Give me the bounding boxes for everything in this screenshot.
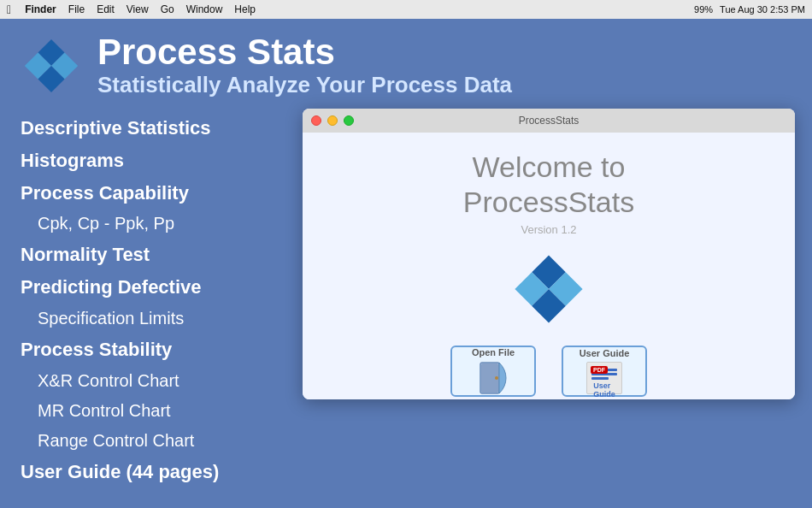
window-titlebar: ProcessStats bbox=[303, 109, 795, 133]
app-subtitle: Statistically Analyze Your Process Data bbox=[97, 72, 512, 98]
open-file-button[interactable]: Open File bbox=[450, 346, 536, 397]
sidebar-item-normality-test[interactable]: Normality Test bbox=[21, 239, 285, 271]
sidebar-item-process-capability[interactable]: Process Capability bbox=[21, 177, 285, 210]
close-button[interactable] bbox=[311, 115, 321, 126]
menubar-window[interactable]: Window bbox=[186, 3, 223, 15]
header: Process Stats Statistically Analyze Your… bbox=[0, 19, 812, 109]
sidebar-item-histograms[interactable]: Histograms bbox=[21, 145, 285, 177]
app-window: ProcessStats Welcome to ProcessStats Ver… bbox=[303, 109, 795, 399]
menubar-edit[interactable]: Edit bbox=[97, 3, 115, 15]
menubar-help[interactable]: Help bbox=[234, 3, 256, 15]
window-logo-icon bbox=[506, 246, 591, 332]
menubar-left:  Finder File Edit View Go Window Help bbox=[7, 3, 256, 16]
menubar-right: 99% Tue Aug 30 2:53 PM bbox=[694, 4, 805, 15]
datetime: Tue Aug 30 2:53 PM bbox=[720, 4, 805, 15]
window-title: ProcessStats bbox=[519, 115, 580, 127]
sidebar-item-mr-control-chart[interactable]: MR Control Chart bbox=[21, 396, 285, 426]
open-file-label: Open File bbox=[472, 347, 515, 357]
open-file-box[interactable]: Open File bbox=[450, 346, 536, 397]
sidebar-item-user-guide[interactable]: User Guide (44 pages) bbox=[21, 456, 285, 488]
user-guide-icon: PDF UserGuide bbox=[586, 362, 622, 394]
sidebar-item-specification-limits[interactable]: Specification Limits bbox=[21, 304, 285, 334]
menubar:  Finder File Edit View Go Window Help 9… bbox=[0, 0, 812, 19]
svg-rect-10 bbox=[481, 363, 498, 393]
guide-line-3 bbox=[591, 377, 609, 380]
app-title: Process Stats bbox=[97, 32, 512, 72]
sidebar-item-range-control-chart[interactable]: Range Control Chart bbox=[21, 426, 285, 456]
guide-text: UserGuide bbox=[593, 381, 615, 399]
sidebar-item-predicting-defective[interactable]: Predicting Defective bbox=[21, 271, 285, 304]
menubar-file[interactable]: File bbox=[68, 3, 85, 15]
action-buttons-row: Open File bbox=[450, 346, 647, 397]
sidebar: Descriptive Statistics Histograms Proces… bbox=[21, 109, 285, 508]
user-guide-box[interactable]: User Guide PDF UserGuide bbox=[562, 346, 647, 397]
sidebar-item-descriptive-statistics[interactable]: Descriptive Statistics bbox=[21, 112, 285, 145]
open-file-icon bbox=[477, 361, 509, 395]
battery-status: 99% bbox=[694, 4, 713, 15]
header-text: Process Stats Statistically Analyze Your… bbox=[97, 32, 512, 98]
user-guide-label: User Guide bbox=[580, 348, 630, 358]
sidebar-item-xr-control-chart[interactable]: X&R Control Chart bbox=[21, 366, 285, 396]
sidebar-item-process-stability[interactable]: Process Stability bbox=[21, 334, 285, 366]
menubar-view[interactable]: View bbox=[127, 3, 149, 15]
minimize-button[interactable] bbox=[327, 115, 338, 126]
version-text: Version 1.2 bbox=[521, 223, 576, 236]
main-content: Descriptive Statistics Histograms Proces… bbox=[0, 109, 812, 508]
welcome-text: Welcome to ProcessStats bbox=[463, 150, 634, 220]
pdf-badge: PDF bbox=[591, 366, 608, 374]
maximize-button[interactable] bbox=[344, 115, 354, 126]
menubar-finder[interactable]: Finder bbox=[25, 3, 56, 15]
user-guide-button[interactable]: User Guide PDF UserGuide bbox=[562, 346, 647, 397]
menubar-go[interactable]: Go bbox=[161, 3, 174, 15]
sidebar-item-cpk[interactable]: Cpk, Cp - Ppk, Pp bbox=[21, 209, 285, 239]
apple-menu[interactable]:  bbox=[7, 3, 11, 16]
app-logo-icon bbox=[21, 35, 82, 97]
guide-document-icon: PDF UserGuide bbox=[586, 362, 622, 394]
window-body: Welcome to ProcessStats Version 1.2 bbox=[303, 133, 795, 399]
